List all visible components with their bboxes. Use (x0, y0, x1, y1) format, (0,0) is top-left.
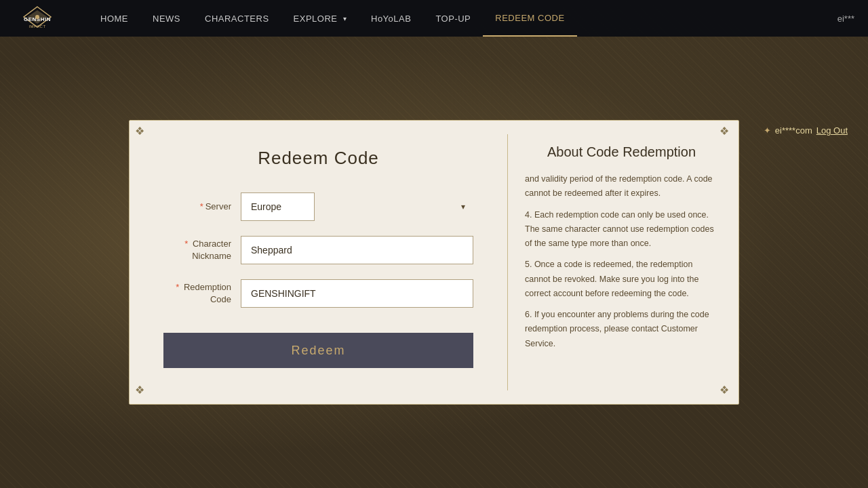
redeem-button[interactable]: Redeem (163, 333, 473, 368)
nav-home[interactable]: HOME (88, 0, 140, 37)
redeem-modal: ❖ ❖ ❖ ❖ Redeem Code *Server America Euro… (129, 120, 739, 405)
about-text-1: 4. Each redemption code can only be used… (525, 208, 718, 251)
about-text: and validity period of the redemption co… (525, 172, 718, 351)
server-label: *Server (163, 201, 231, 213)
required-star-nickname: * (184, 239, 188, 249)
corner-tr: ❖ (719, 126, 733, 140)
corner-bl: ❖ (135, 385, 149, 399)
nav-characters[interactable]: CHARACTERS (193, 0, 281, 37)
modal-overlay: ❖ ❖ ❖ ❖ Redeem Code *Server America Euro… (0, 37, 868, 488)
chevron-down-icon: ▾ (343, 15, 347, 22)
nav-user: ei*** (837, 14, 854, 24)
navbar: GENSHIN IMPACT HOME NEWS CHARACTERS EXPL… (0, 0, 868, 37)
code-row: * RedemptionCode (163, 279, 473, 308)
svg-text:IMPACT: IMPACT (28, 24, 45, 28)
chevron-down-icon: ▾ (461, 202, 465, 211)
nickname-row: * CharacterNickname (163, 236, 473, 264)
redemption-code-input[interactable] (241, 279, 473, 308)
nav-news[interactable]: NEWS (140, 0, 193, 37)
server-row: *Server America Europe Asia TW, HK, MO ▾ (163, 192, 473, 221)
nickname-label: * CharacterNickname (163, 238, 231, 262)
nickname-input[interactable] (241, 236, 473, 264)
nav-hoyolab[interactable]: HoYoLAB (359, 0, 423, 37)
about-title: About Code Redemption (525, 144, 718, 160)
code-label: * RedemptionCode (163, 281, 231, 306)
required-star-code: * (176, 282, 179, 292)
logo-icon: GENSHIN IMPACT (14, 3, 61, 34)
svg-point-3 (35, 15, 39, 19)
server-select-wrapper: America Europe Asia TW, HK, MO ▾ (241, 192, 473, 221)
corner-br: ❖ (719, 385, 733, 399)
corner-tl: ❖ (135, 126, 149, 140)
modal-right-panel: About Code Redemption and validity perio… (508, 121, 738, 404)
nav-topup[interactable]: TOP-UP (423, 0, 483, 37)
server-select[interactable]: America Europe Asia TW, HK, MO (241, 192, 315, 221)
nav-explore-label: EXPLORE (294, 14, 338, 24)
logo[interactable]: GENSHIN IMPACT (14, 3, 61, 34)
nav-explore[interactable]: EXPLORE ▾ (281, 0, 359, 37)
about-text-2: 5. Once a code is redeemed, the redempti… (525, 258, 718, 301)
modal-left-panel: Redeem Code *Server America Europe Asia … (130, 121, 507, 404)
about-text-3: 6. If you encounter any problems during … (525, 308, 718, 351)
nav-username: ei*** (837, 14, 854, 24)
nav-redeem-code[interactable]: REDEEM CODE (483, 0, 576, 37)
modal-title: Redeem Code (258, 148, 379, 169)
nav-links: HOME NEWS CHARACTERS EXPLORE ▾ HoYoLAB T… (88, 0, 837, 37)
about-text-0: and validity period of the redemption co… (525, 172, 718, 201)
required-star-server: * (200, 201, 203, 211)
